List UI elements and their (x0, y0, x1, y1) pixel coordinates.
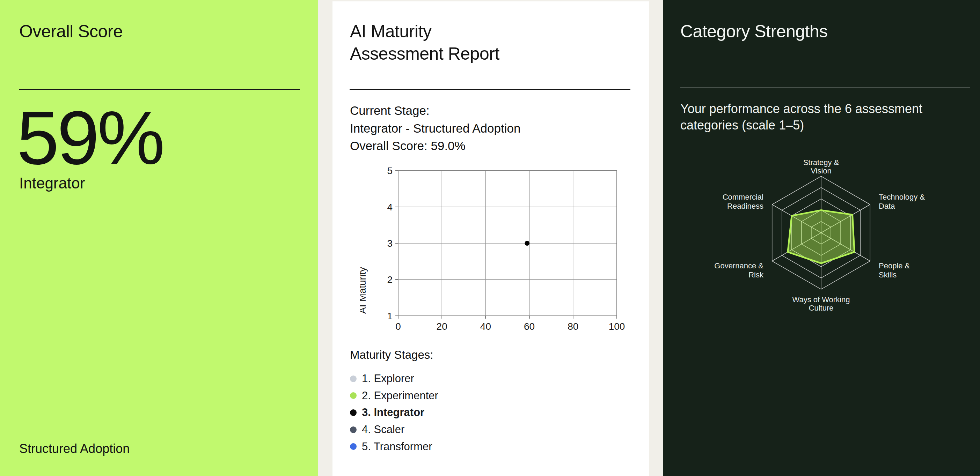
legend-item: 4. Scaler (350, 421, 438, 438)
current-stage-value: Integrator - Structured Adoption (350, 120, 520, 138)
overall-substage-name: Structured Adoption (19, 441, 130, 456)
overall-score-line: Overall Score: 59.0% (350, 137, 520, 155)
maturity-scatter-chart: 02040608010012345AI Maturity (360, 159, 628, 335)
report-title-line1: AI Maturity (350, 20, 500, 43)
category-strengths-title: Category Strengths (680, 20, 828, 43)
current-stage-label: Current Stage: (350, 102, 520, 120)
svg-text:Technology &: Technology & (879, 193, 925, 202)
maturity-stages-legend: 1. Explorer2. Experimenter3. Integrator4… (350, 370, 438, 455)
svg-text:Data: Data (879, 202, 895, 210)
legend-dot-icon (350, 427, 356, 433)
legend-dot-icon (350, 443, 356, 450)
svg-text:Strategy &: Strategy & (803, 158, 839, 167)
svg-text:Readiness: Readiness (727, 202, 764, 210)
svg-text:Culture: Culture (809, 304, 834, 313)
overall-score-title: Overall Score (19, 20, 123, 43)
legend-item-label: 3. Integrator (362, 406, 424, 419)
svg-text:80: 80 (568, 321, 578, 332)
report-divider (350, 89, 630, 90)
report-summary: Current Stage: Integrator - Structured A… (350, 102, 520, 155)
category-strengths-panel: Category Strengths Your performance acro… (663, 0, 980, 476)
legend-item-label: 1. Explorer (362, 372, 414, 385)
svg-text:People &: People & (879, 261, 910, 270)
legend-item: 1. Explorer (350, 370, 438, 387)
svg-text:60: 60 (524, 321, 535, 332)
legend-item-label: 2. Experimenter (362, 389, 438, 402)
overall-stage-name: Integrator (19, 175, 85, 192)
svg-text:5: 5 (387, 165, 393, 176)
overall-score-panel: Overall Score 59% Integrator Structured … (0, 0, 318, 476)
svg-text:Commercial: Commercial (722, 193, 764, 202)
svg-text:2: 2 (387, 274, 393, 285)
category-panel-divider (680, 87, 970, 88)
category-strengths-subtitle: Your performance across the 6 assessment… (680, 100, 925, 133)
legend-dot-icon (350, 409, 356, 416)
overall-panel-divider (19, 89, 300, 90)
svg-text:Ways of Working: Ways of Working (792, 295, 850, 304)
svg-text:Risk: Risk (748, 270, 764, 279)
legend-item: 2. Experimenter (350, 387, 438, 405)
category-radar-chart: Strategy &VisionTechnology &DataPeople &… (663, 147, 980, 342)
ai-maturity-report-page: { "panels": { "overall": { "title": "Ove… (0, 0, 980, 476)
legend-dot-icon (350, 376, 356, 382)
svg-text:100: 100 (609, 321, 625, 332)
legend-item: 5. Transformer (350, 438, 438, 455)
svg-text:20: 20 (437, 321, 447, 332)
svg-text:1: 1 (387, 311, 393, 321)
svg-text:4: 4 (387, 202, 393, 213)
legend-item-label: 4. Scaler (362, 423, 404, 436)
report-title: AI Maturity Assessment Report (350, 20, 500, 65)
legend-item: 3. Integrator (350, 404, 438, 421)
svg-text:AI Maturity: AI Maturity (360, 267, 368, 314)
svg-text:40: 40 (480, 321, 491, 332)
legend-item-label: 5. Transformer (362, 440, 433, 453)
legend-title: Maturity Stages: (350, 348, 433, 362)
svg-text:Governance &: Governance & (714, 261, 764, 270)
overall-score-value: 59% (17, 100, 163, 176)
svg-text:Skills: Skills (879, 270, 897, 279)
assessment-report-card: AI Maturity Assessment Report Current St… (332, 2, 649, 476)
svg-text:0: 0 (395, 321, 401, 332)
report-title-line2: Assessment Report (350, 43, 500, 65)
legend-dot-icon (350, 392, 356, 399)
svg-text:3: 3 (387, 238, 393, 249)
svg-text:Vision: Vision (811, 167, 832, 175)
